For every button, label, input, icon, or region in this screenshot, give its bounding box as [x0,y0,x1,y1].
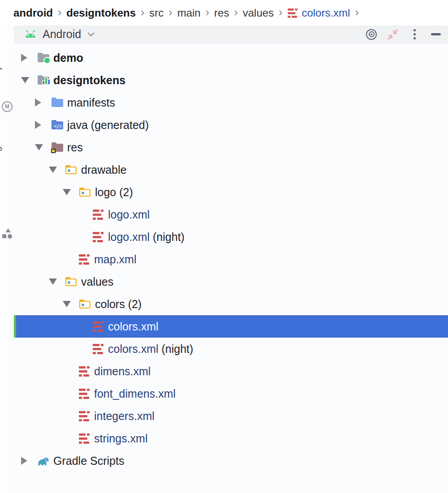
collapse-toggle-icon[interactable] [49,279,65,285]
breadcrumb-item[interactable]: src [149,7,164,19]
triangle-shape [5,228,11,232]
android-module-folder-icon [37,52,50,63]
tree-row-label: colors.xml [108,320,159,333]
breadcrumb-item-label: android [13,7,53,19]
breadcrumb-item-label: designtokens [66,7,136,19]
chevron-down-icon[interactable] [87,32,95,37]
tree-row-label: logo.xml [108,231,150,244]
tree-row-label: dimens.xml [94,365,151,378]
tree-row-label: map.xml [94,253,136,266]
expand-toggle-icon[interactable] [35,99,51,107]
tree-row[interactable]: strings.xml [14,427,448,450]
module-folder-icon [37,75,50,86]
java-folder-icon: </> [51,120,64,130]
resource-manager-icon[interactable] [2,228,13,239]
tree-row-label: demo [53,51,83,64]
collapse-toggle-icon[interactable] [35,144,51,150]
tree-row-label: values [81,275,113,288]
tree-row-label: Gradle Scripts [53,454,124,467]
m-circle-letter: M [5,103,9,110]
m-circle-icon[interactable]: M [2,101,13,112]
tree-row[interactable]: font_dimens.xml [14,382,448,405]
tree-row-label: res [67,141,83,154]
breadcrumb-item-label: src [149,7,164,19]
xml-file-icon [93,321,104,332]
gradle-icon [37,455,50,466]
expand-toggle-icon[interactable] [35,121,51,129]
tree-row[interactable]: colors.xml (night) [14,338,448,360]
tree-row[interactable]: demo [14,47,448,69]
expand-toggle-icon[interactable] [21,457,37,465]
breadcrumb-item-label: res [214,7,229,19]
xml-file-icon [79,388,90,399]
tree-row[interactable]: drawable [14,159,448,181]
breadcrumb-item-file[interactable]: colors.xml [287,7,350,19]
tree-row-qualifier: (night) [159,343,194,356]
tree-row-qualifier: (night) [150,231,185,244]
tool-window-header: Android [14,26,448,43]
breadcrumb-item[interactable]: main [177,7,201,19]
android-logo-icon [24,30,37,39]
tree-row[interactable]: values [14,270,448,293]
breadcrumb-separator: › [168,6,172,19]
tree-row[interactable]: colors (2) [14,293,448,315]
tree-row-label: colors (2) [95,298,142,311]
tree-row-label: drawable [81,163,126,176]
tree-row[interactable]: </>java (generated) [14,114,448,136]
breadcrumb-item-label: values [243,7,274,19]
tool-stripe-tab-project-label: 1: Project [0,52,2,99]
tree-row[interactable]: map.xml [14,248,448,270]
collapse-toggle-icon[interactable] [49,167,65,173]
breadcrumb-separator: › [58,6,61,19]
collapse-icon[interactable] [387,29,399,40]
xml-file-icon [79,254,90,265]
xml-file-icon [93,231,104,242]
collapse-toggle-icon[interactable] [21,77,37,83]
breadcrumb-separator: › [141,6,144,19]
breadcrumb-separator: › [355,6,358,19]
breadcrumb-item[interactable]: res [214,7,229,19]
tree-row-label: logo.xml [108,208,150,221]
left-tool-stripe: 1: Project M Resource Manager [0,26,14,493]
xml-file-icon [79,433,90,444]
yellow-folder-icon [65,276,78,287]
tree-row[interactable]: manifests [14,91,448,114]
tree-row-selected[interactable]: colors.xml [14,315,448,338]
breadcrumb-separator: › [234,6,237,19]
locate-icon[interactable] [366,29,377,40]
tree-row-label: font_dimens.xml [94,387,176,400]
expand-toggle-icon[interactable] [21,54,37,62]
android-studio-project-panel: android›designtokens›src›main›res›values… [0,0,448,493]
tree-row[interactable]: logo.xml [14,203,448,226]
tree-row-label: manifests [67,96,115,109]
yellow-folder-icon [79,299,91,309]
yellow-folder-icon [65,164,78,175]
tool-stripe-tab-resource-manager[interactable]: Resource Manager [0,136,2,227]
more-options-icon[interactable] [409,29,420,40]
tool-stripe-tab-project[interactable]: 1: Project [0,52,2,99]
tool-window-header-actions [366,29,442,40]
tree-row[interactable]: logo.xml (night) [14,226,448,248]
tree-row[interactable]: dimens.xml [14,360,448,382]
tree-row-label: logo (2) [95,186,133,199]
circle-shape [8,234,12,239]
collapse-toggle-icon[interactable] [63,301,79,307]
view-selector-label[interactable]: Android [43,28,81,41]
tree-row[interactable]: res [14,136,448,159]
tree-row-label: strings.xml [94,432,147,445]
tree-row-label: java (generated) [67,119,149,132]
square-shape [2,234,6,238]
breadcrumb-item[interactable]: android [13,7,53,19]
hide-icon[interactable] [430,29,442,40]
collapse-toggle-icon[interactable] [63,189,79,195]
breadcrumb-separator: › [279,6,282,19]
breadcrumb-item[interactable]: values [243,7,274,19]
breadcrumb-item[interactable]: designtokens [66,7,136,19]
xml-file-icon [93,209,104,220]
tree-row[interactable]: designtokens [14,69,448,91]
breadcrumb-item-label: colors.xml [302,7,350,19]
tree-row[interactable]: integers.xml [14,405,448,427]
tree-row[interactable]: Gradle Scripts [14,450,448,472]
tree-row[interactable]: logo (2) [14,181,448,203]
tree-row-label: designtokens [53,74,125,87]
